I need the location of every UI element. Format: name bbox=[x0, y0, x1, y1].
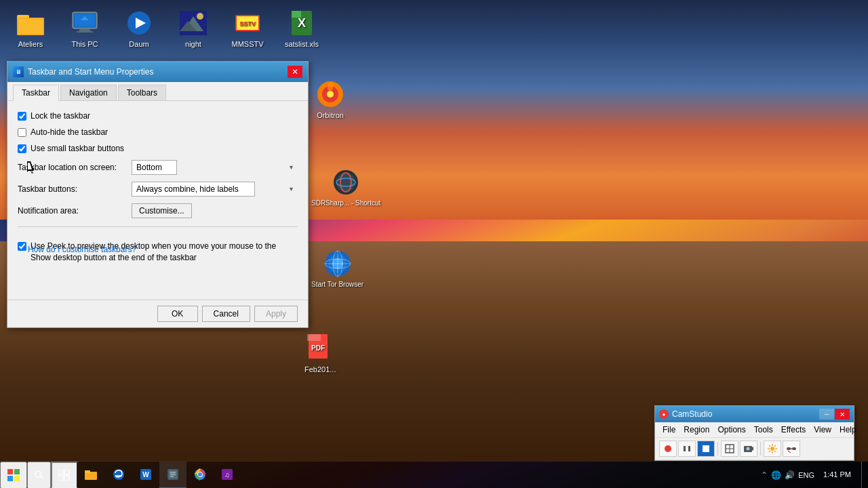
desktop-icon-label-satslist: satslist.xls bbox=[285, 40, 319, 48]
cam-tool-region[interactable] bbox=[721, 441, 738, 457]
small-buttons-label: Use small taskbar buttons bbox=[31, 144, 124, 153]
monitor-icon bbox=[71, 9, 99, 37]
camstudio-toolbar bbox=[655, 438, 854, 460]
cam-tool-camera[interactable] bbox=[740, 441, 757, 457]
mmsstv-icon: SSTV bbox=[233, 9, 262, 37]
taskbar-app-active[interactable] bbox=[159, 462, 186, 489]
camstudio-menu-file[interactable]: File bbox=[658, 424, 679, 436]
taskbar-app-word[interactable]: W bbox=[132, 462, 159, 489]
camstudio-controls: ─ ✕ bbox=[819, 409, 850, 420]
desktop-icon-sdrsharp-right[interactable]: SDRSharp... - Shortcut bbox=[309, 163, 383, 209]
dialog-content: Lock the taskbar Auto-hide the taskbar U… bbox=[7, 101, 308, 300]
ok-button[interactable]: OK bbox=[157, 306, 198, 322]
tab-toolbars[interactable]: Toolbars bbox=[118, 85, 166, 100]
desktop-icon-label-ateliers: Ateliers bbox=[18, 40, 43, 48]
svg-point-96 bbox=[198, 472, 202, 476]
cam-tool-record[interactable] bbox=[659, 441, 677, 457]
cam-tool-options[interactable] bbox=[764, 441, 781, 457]
camstudio-menu-view[interactable]: View bbox=[810, 424, 835, 436]
apply-button[interactable]: Apply bbox=[254, 306, 298, 322]
cam-tool-sep2 bbox=[760, 442, 761, 455]
camstudio-menu-help[interactable]: Help bbox=[835, 424, 861, 436]
desktop-icon-mmsstv[interactable]: SSTV MMSSTV bbox=[220, 3, 275, 64]
taskbar-task-view[interactable] bbox=[51, 462, 78, 489]
desktop-icon-label-mmsstv: MMSSTV bbox=[231, 40, 263, 48]
desktop-icon-orbitron-right[interactable]: Orbitron bbox=[313, 75, 347, 122]
taskbar-notification-icon[interactable]: ⌃ bbox=[761, 470, 768, 480]
help-link[interactable]: How do I customise taskbars? bbox=[28, 245, 136, 254]
camstudio-menu-options[interactable]: Options bbox=[713, 424, 749, 436]
dialog-inner: Lock the taskbar Auto-hide the taskbar U… bbox=[18, 111, 298, 289]
auto-hide-checkbox[interactable] bbox=[18, 128, 26, 137]
taskbar-buttons-select[interactable]: Always combine, hide labels Combine when… bbox=[132, 182, 255, 197]
auto-hide-label: Auto-hide the taskbar bbox=[31, 127, 108, 137]
taskbar-language[interactable]: ENG bbox=[798, 471, 814, 479]
tab-navigation[interactable]: Navigation bbox=[60, 85, 117, 100]
desktop-icon-pdf[interactable]: PDF Feb201... bbox=[302, 329, 338, 376]
svg-text:SSTV: SSTV bbox=[239, 20, 256, 27]
desktop-icon-label-daum: Daum bbox=[129, 40, 149, 48]
taskbar-system-tray: ⌃ 🌐 🔊 ENG 1:41 PM bbox=[761, 462, 865, 489]
start-button[interactable] bbox=[0, 462, 27, 489]
camstudio-close-button[interactable]: ✕ bbox=[835, 409, 850, 420]
taskbar-app-explorer[interactable] bbox=[78, 462, 105, 489]
dialog-close-button[interactable]: ✕ bbox=[288, 66, 302, 78]
taskbar-app-chrome[interactable] bbox=[186, 462, 214, 489]
svg-rect-84 bbox=[85, 470, 90, 473]
customise-button[interactable]: Customise... bbox=[132, 203, 192, 218]
taskbar-volume-icon[interactable]: 🔊 bbox=[785, 470, 795, 480]
svg-rect-82 bbox=[64, 476, 69, 481]
taskbar-app-misc[interactable]: ♫ bbox=[214, 462, 241, 489]
small-buttons-checkbox[interactable] bbox=[18, 144, 26, 153]
svg-rect-70 bbox=[792, 447, 796, 450]
dialog-buttons: OK Cancel Apply bbox=[7, 300, 308, 327]
desktop-icon-daum[interactable]: Daum bbox=[112, 3, 166, 64]
notification-area-row: Notification area: Customise... bbox=[18, 203, 298, 218]
taskbar-search-button[interactable] bbox=[27, 462, 51, 489]
camstudio-menu-effects[interactable]: Effects bbox=[777, 424, 810, 436]
sdrsharp-label: SDRSharp... - Shortcut bbox=[311, 199, 380, 207]
taskbar-properties-dialog: 🖥 Taskbar and Start Menu Properties ✕ Ta… bbox=[7, 61, 309, 328]
camstudio-menu-tools[interactable]: Tools bbox=[750, 424, 777, 436]
camstudio-menu-region[interactable]: Region bbox=[679, 424, 713, 436]
svg-line-67 bbox=[769, 451, 770, 452]
lock-taskbar-checkbox[interactable] bbox=[18, 112, 26, 121]
taskbar: W bbox=[0, 461, 868, 488]
svg-point-77 bbox=[35, 471, 41, 477]
peek-checkbox[interactable] bbox=[18, 242, 26, 251]
taskbar-show-desktop[interactable] bbox=[861, 462, 865, 489]
tab-taskbar[interactable]: Taskbar bbox=[13, 85, 59, 101]
desktop-icon-satslist[interactable]: X satslist.xls bbox=[275, 3, 329, 64]
svg-rect-81 bbox=[58, 476, 63, 481]
dialog-title-left: 🖥 Taskbar and Start Menu Properties bbox=[13, 66, 153, 77]
desktop-icon-ateliers[interactable]: Ateliers bbox=[3, 3, 58, 64]
svg-marker-58 bbox=[752, 447, 753, 451]
dialog-tabs: Taskbar Navigation Toolbars bbox=[7, 82, 308, 101]
taskbar-location-select[interactable]: Bottom Top Left Right bbox=[132, 160, 177, 175]
camstudio-menubar: File Region Options Tools Effects View H… bbox=[655, 422, 854, 438]
svg-rect-49 bbox=[307, 334, 321, 341]
small-buttons-row: Use small taskbar buttons bbox=[18, 144, 298, 153]
svg-rect-7 bbox=[77, 31, 93, 33]
cam-tool-pause[interactable] bbox=[678, 441, 696, 457]
taskbar-time[interactable]: 1:41 PM bbox=[818, 470, 856, 480]
desktop-icon-label-night: night bbox=[185, 40, 201, 48]
svg-line-78 bbox=[41, 476, 43, 479]
cancel-button[interactable]: Cancel bbox=[202, 306, 250, 322]
desktop-icon-night[interactable]: night bbox=[166, 3, 220, 64]
desktop-icon-this-pc[interactable]: This PC bbox=[58, 3, 112, 64]
pdf-label: Feb201... bbox=[304, 365, 336, 373]
camstudio-minimize-button[interactable]: ─ bbox=[819, 409, 834, 420]
camstudio-title-left: ● CamStudio bbox=[659, 409, 712, 419]
svg-rect-74 bbox=[14, 469, 20, 474]
taskbar-network-icon[interactable]: 🌐 bbox=[771, 470, 781, 480]
svg-rect-69 bbox=[787, 447, 791, 450]
cam-tool-link[interactable] bbox=[783, 441, 800, 457]
svg-rect-93 bbox=[170, 476, 174, 477]
cam-tool-stop[interactable] bbox=[697, 441, 715, 457]
svg-rect-75 bbox=[7, 476, 13, 481]
svg-point-60 bbox=[770, 447, 774, 451]
lock-taskbar-label: Lock the taskbar bbox=[31, 111, 90, 121]
desktop-icon-tor[interactable]: Start Tor Browser bbox=[309, 244, 366, 291]
taskbar-app-edge[interactable] bbox=[105, 462, 132, 489]
